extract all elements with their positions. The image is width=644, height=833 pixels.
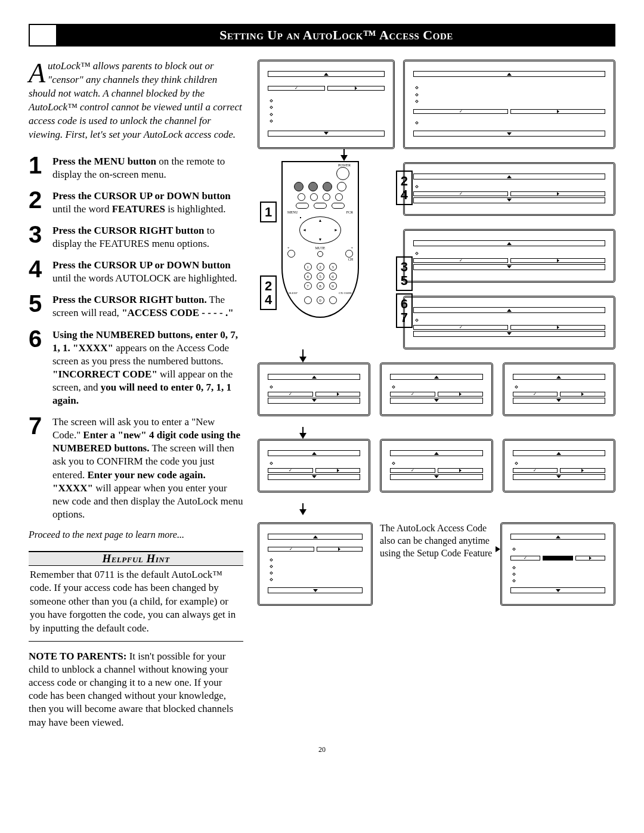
step-list: 1 Press the MENU button on the remote to… bbox=[29, 155, 243, 521]
hint-p1: Remember that 0711 is the default AutoLo… bbox=[30, 568, 242, 635]
small-button bbox=[310, 193, 318, 201]
callout-1: 1 bbox=[260, 202, 277, 222]
step-body: Press the CURSOR RIGHT button. The scree… bbox=[52, 293, 243, 320]
color-button-3 bbox=[323, 182, 332, 191]
small-button bbox=[323, 193, 330, 201]
num-8: 8 bbox=[317, 282, 324, 290]
screen-confirm-code bbox=[380, 439, 493, 493]
ch-label: CH bbox=[287, 258, 353, 261]
hint-body: Remember that 0711 is the default AutoLo… bbox=[29, 566, 243, 642]
screen-xxxx-2 bbox=[380, 363, 493, 416]
ch-up-button bbox=[345, 250, 353, 258]
power-button bbox=[336, 167, 349, 180]
num-7: 7 bbox=[304, 282, 312, 290]
color-button-4 bbox=[337, 182, 346, 191]
screen-access-code-prompt bbox=[403, 296, 615, 349]
step-5: 5 Press the CURSOR RIGHT button. The scr… bbox=[29, 293, 243, 320]
page-title: Setting Up an AutoLock™ Access Code bbox=[57, 24, 615, 47]
menu-items bbox=[268, 97, 385, 124]
right-column: 1 2 4 2 4 3 5 6 7 POWER bbox=[258, 60, 615, 729]
num-9: 9 bbox=[329, 282, 337, 290]
setup-code-note: The AutoLock Access Code also can be cha… bbox=[380, 522, 493, 606]
remote-control: 1 2 4 2 4 3 5 6 7 POWER bbox=[281, 161, 395, 318]
sleep-label: SLEEP bbox=[289, 292, 298, 295]
left-column: A utoLock™ allows parents to block out o… bbox=[29, 60, 243, 729]
step-3: 3 Press the CURSOR RIGHT button to displ… bbox=[29, 224, 243, 250]
screen-features-menu bbox=[403, 162, 615, 216]
num-4: 4 bbox=[304, 272, 312, 280]
step-body: Press the MENU button on the remote to d… bbox=[52, 155, 243, 181]
cc-button bbox=[314, 203, 327, 209]
step-number: 2 bbox=[29, 190, 52, 210]
av-button bbox=[332, 203, 345, 209]
fcr-label: FCR bbox=[346, 210, 353, 214]
step-2: 2 Press the CURSOR UP or DOWN button unt… bbox=[29, 190, 243, 216]
smart-sound-button bbox=[296, 203, 309, 209]
step-1: 1 Press the MENU button on the remote to… bbox=[29, 155, 243, 181]
step-6: 6 Using the NUMBERED buttons, enter 0, 7… bbox=[29, 329, 243, 408]
small-button bbox=[298, 193, 305, 201]
mute-button bbox=[317, 251, 323, 257]
onscreen-menu-main bbox=[258, 60, 395, 149]
cxcode-button bbox=[329, 296, 337, 304]
intro-text: utoLock™ allows parents to block out or … bbox=[29, 60, 242, 140]
num-0: 0 bbox=[317, 296, 324, 304]
arrow-down-icon bbox=[299, 357, 306, 363]
step-number: 3 bbox=[29, 224, 52, 244]
step-body: Press the CURSOR UP or DOWN button until… bbox=[52, 259, 243, 285]
step-body: The screen will ask you to enter a "New … bbox=[52, 416, 243, 521]
sleep-button bbox=[304, 296, 312, 304]
screen-setup-code-feature bbox=[500, 522, 615, 606]
screen-xxxx-1 bbox=[258, 363, 370, 416]
arrow-down-icon bbox=[340, 155, 348, 161]
vol-down-button bbox=[287, 250, 295, 258]
screen-incorrect-code bbox=[503, 363, 615, 416]
color-button-2 bbox=[308, 182, 318, 191]
screen-features-highlight bbox=[403, 60, 615, 149]
num-3: 3 bbox=[329, 263, 337, 271]
num-5: 5 bbox=[317, 272, 324, 280]
power-label: POWER bbox=[338, 163, 351, 167]
screen-autolock-options bbox=[258, 522, 373, 606]
hint-heading: Helpful Hint bbox=[29, 551, 243, 566]
header-row: Setting Up an AutoLock™ Access Code bbox=[29, 24, 615, 47]
note-to-parents: NOTE TO PARENTS: It isn't possible for y… bbox=[29, 650, 243, 729]
step-number: 6 bbox=[29, 329, 52, 349]
proceed-note: Proceed to the next page to learn more..… bbox=[29, 529, 243, 540]
callout-2-4b: 2 4 bbox=[260, 275, 277, 310]
step-number: 7 bbox=[29, 416, 52, 436]
screen-new-code bbox=[258, 439, 370, 493]
step-number: 1 bbox=[29, 155, 52, 175]
step-body: Using the NUMBERED buttons, enter 0, 7, … bbox=[52, 329, 243, 408]
arrow-down-icon bbox=[299, 433, 306, 439]
num-1: 1 bbox=[304, 263, 312, 271]
mute-label: MUTE bbox=[315, 246, 326, 250]
setup-code-note-text: The AutoLock Access Code also can be cha… bbox=[380, 523, 492, 558]
arrow-down-icon bbox=[299, 509, 306, 515]
intro-paragraph: A utoLock™ allows parents to block out o… bbox=[29, 60, 243, 142]
cursor-dpad: ▲ ▼ ◄ ► bbox=[299, 216, 341, 244]
dropcap: A bbox=[29, 60, 48, 85]
color-button-1 bbox=[294, 182, 304, 191]
header-spacer bbox=[29, 24, 57, 47]
main-columns: A utoLock™ allows parents to block out o… bbox=[29, 60, 615, 729]
step-7: 7 The screen will ask you to enter a "Ne… bbox=[29, 416, 243, 521]
num-6: 6 bbox=[329, 272, 337, 280]
screen-confirm-xxxx bbox=[503, 439, 615, 493]
step-number: 4 bbox=[29, 259, 52, 279]
cxcode-label: CX CODE bbox=[339, 292, 352, 295]
menu-label: MENU bbox=[287, 210, 298, 214]
step-body: Press the CURSOR UP or DOWN button until… bbox=[52, 190, 243, 216]
arrow-right-icon bbox=[496, 546, 500, 552]
step-body: Press the CURSOR RIGHT button to display… bbox=[52, 224, 243, 250]
page-number: 20 bbox=[318, 745, 326, 754]
screen-autolock-highlight bbox=[403, 229, 615, 283]
step-number: 5 bbox=[29, 293, 52, 314]
small-button bbox=[335, 193, 343, 201]
step-4: 4 Press the CURSOR UP or DOWN button unt… bbox=[29, 259, 243, 285]
num-2: 2 bbox=[317, 263, 324, 271]
